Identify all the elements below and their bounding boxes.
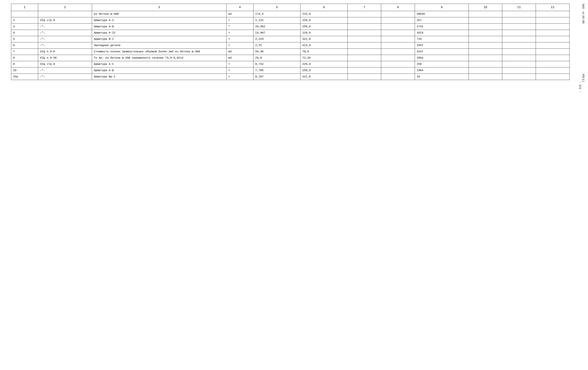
- cell-row10-col5: 0,I07: [253, 74, 300, 80]
- table-row: 7ССЦ п.9-6Стоимость колонн прямоугольных…: [11, 49, 570, 55]
- cell-row10-col4: т: [226, 74, 253, 80]
- cell-row8-col2: ССЦ стр.8: [38, 61, 92, 67]
- cell-row6-col5: 59,98: [253, 49, 300, 55]
- cell-row9-col5: 7,785: [253, 67, 300, 74]
- cell-row3-col11: [502, 30, 536, 36]
- cell-row1-col4: т: [226, 17, 253, 24]
- table-row: 3–"–Арматура А-Ш"I0,962250,0274I: [11, 24, 570, 30]
- cell-row7-col2: ССЦ п.9-30: [38, 55, 92, 61]
- cell-row5-col1: 6: [11, 42, 38, 49]
- cell-row6-col7: [347, 49, 381, 55]
- cell-row2-col9: 274I: [415, 24, 469, 30]
- cell-row3-col8: [381, 30, 415, 36]
- cell-row7-col1: 8: [11, 55, 38, 61]
- cell-row5-col11: [502, 42, 536, 49]
- cell-row9-col12: [536, 67, 570, 74]
- cell-row1-col12: [536, 17, 570, 24]
- cell-row5-col2: –"–: [38, 42, 92, 49]
- cell-row4-col10: [469, 36, 502, 42]
- cell-row5-col3: Закладные детали: [92, 42, 226, 49]
- cell-row0-col5: I74,3: [253, 11, 300, 17]
- table-row: 9ССЦ стр.8Арматура А-Iт0,732229,0I68: [11, 61, 570, 67]
- table-row: 6–"–Закладные деталит2,5I4I3,0I037: [11, 42, 570, 49]
- cell-row0-col11: [502, 11, 536, 17]
- cell-row1-col5: I,I22: [253, 17, 300, 24]
- cell-row2-col3: Арматура А-Ш: [92, 24, 226, 30]
- table-row: 2ССЦ стр.8Арматура А-IтI,I22229,0257: [11, 17, 570, 24]
- cell-row4-col12: [536, 36, 570, 42]
- cell-row6-col10: [469, 49, 502, 55]
- cell-row2-col5: I0,962: [253, 24, 300, 30]
- cell-row3-col5: I4,907: [253, 30, 300, 36]
- cell-row9-col2: –"–: [38, 67, 92, 74]
- cell-row7-col7: [347, 55, 381, 61]
- cell-row10-col11: [502, 74, 536, 80]
- cell-row7-col3: То же, из бетона м-200 переменного сечен…: [92, 55, 226, 61]
- page-container: 503 -4-33.85 УП(1) - 121 - I 2 3 4 5 6 7…: [0, 0, 588, 370]
- header-col10: IO: [469, 4, 502, 11]
- side-label-bottom-text: УП(1): [582, 74, 585, 82]
- cell-row7-col12: [536, 55, 570, 61]
- header-col2: 2: [38, 4, 92, 11]
- cell-row9-col6: 250,0: [300, 67, 347, 74]
- cell-row6-col8: [381, 49, 415, 55]
- cell-row0-col7: [347, 11, 381, 17]
- cell-row5-col9: I037: [415, 42, 469, 49]
- cell-row10-col9: 34: [415, 74, 469, 80]
- table-row: 4–"–Арматура А-IУтI4,907229,034I4: [11, 30, 570, 36]
- cell-row8-col11: [502, 61, 536, 67]
- cell-row2-col11: [502, 24, 536, 30]
- cell-row9-col1: IO: [11, 67, 38, 74]
- cell-row6-col1: 7: [11, 49, 38, 55]
- cell-row7-col8: [381, 55, 415, 61]
- table-row: 8ССЦ п.9-30То же, из бетона м-200 переме…: [11, 55, 570, 61]
- header-col9: 9: [415, 4, 469, 11]
- cell-row8-col9: I68: [415, 61, 469, 67]
- header-col11: II: [502, 4, 536, 11]
- cell-row10-col10: [469, 74, 502, 80]
- cell-row4-col2: –"–: [38, 36, 92, 42]
- cell-row9-col3: Арматура А-Ш: [92, 67, 226, 74]
- cell-row1-col7: [347, 17, 381, 24]
- cell-row0-col6: II5,0: [300, 11, 347, 17]
- cell-row6-col4: м3: [226, 49, 253, 55]
- cell-row6-col12: [536, 49, 570, 55]
- cell-row0-col10: [469, 11, 502, 17]
- header-col1: I: [11, 4, 38, 11]
- cell-row3-col1: 4: [11, 30, 38, 36]
- cell-row5-col8: [381, 42, 415, 49]
- cell-row8-col4: т: [226, 61, 253, 67]
- cell-row3-col9: 34I4: [415, 30, 469, 36]
- table-row: IOа–"–Арматура Вр-Iт0,I0732I,034: [11, 74, 570, 80]
- cell-row3-col2: –"–: [38, 30, 92, 36]
- cell-row3-col10: [469, 30, 502, 36]
- cell-row1-col11: [502, 17, 536, 24]
- cell-row8-col7: [347, 61, 381, 67]
- main-table: I 2 3 4 5 6 7 8 9 IO II I2 из бетона м-4…: [11, 4, 570, 80]
- table-row: 5–"–Арматура В-Iт2,22932I,07I6: [11, 36, 570, 42]
- cell-row7-col5: 25,8: [253, 55, 300, 61]
- table-row: из бетона м-400м3I74,3II5,020045: [11, 11, 570, 17]
- cell-row9-col9: I964: [415, 67, 469, 74]
- cell-row8-col12: [536, 61, 570, 67]
- header-col6: 6: [300, 4, 347, 11]
- side-label-top-text: 503 -4-33.85: [582, 4, 585, 24]
- cell-row5-col4: т: [226, 42, 253, 49]
- cell-row1-col8: [381, 17, 415, 24]
- cell-row0-col8: [381, 11, 415, 17]
- cell-row0-col2: [38, 11, 92, 17]
- side-label-bottom: УП(1) - 121 -: [578, 74, 585, 93]
- side-label-bottom2-text: - 121 -: [578, 81, 582, 93]
- cell-row0-col12: [536, 11, 570, 17]
- cell-row2-col10: [469, 24, 502, 30]
- cell-row2-col8: [381, 24, 415, 30]
- cell-row3-col7: [347, 30, 381, 36]
- cell-row8-col3: Арматура А-I: [92, 61, 226, 67]
- cell-row1-col3: Арматура А-I: [92, 17, 226, 24]
- cell-row3-col4: т: [226, 30, 253, 36]
- cell-row6-col2: ССЦ п.9-6: [38, 49, 92, 55]
- cell-row6-col9: 4247: [415, 49, 469, 55]
- header-col12: I2: [536, 4, 570, 11]
- cell-row6-col11: [502, 49, 536, 55]
- cell-row5-col12: [536, 42, 570, 49]
